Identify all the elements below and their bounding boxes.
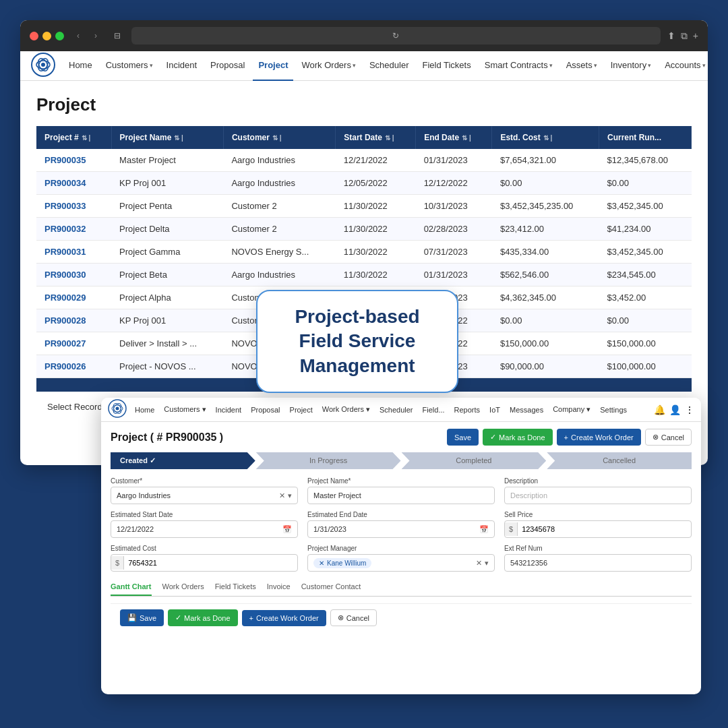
dropdown-icon[interactable]: ▾ — [288, 491, 292, 500]
calendar-icon-2[interactable]: 📅 — [479, 525, 489, 534]
start-date-cell: 12/21/2022 — [336, 149, 416, 172]
col-project-num: Project # ⇅ | — [36, 126, 111, 149]
sidebar-toggle[interactable]: ⊟ — [110, 28, 125, 43]
nav2-incident[interactable]: Incident — [212, 403, 246, 417]
app-navbar: Home Customers▾ Incident Proposal Projec… — [20, 51, 708, 81]
project-num-cell[interactable]: PR900035 — [36, 149, 111, 172]
app-navbar-2: Home Customers ▾ Incident Proposal Proje… — [101, 398, 701, 422]
table-row: PR900031 Project Gamma NOVOS Energy S...… — [36, 241, 692, 264]
end-date-input[interactable]: 1/31/2023 📅 — [307, 520, 495, 538]
clear-manager-icon[interactable]: ✕ — [476, 559, 482, 568]
nav2-messages[interactable]: Messages — [506, 403, 547, 417]
tag-remove-icon[interactable]: ✕ — [319, 559, 324, 567]
mark-done-button[interactable]: ✓ Mark as Done — [483, 429, 552, 446]
customer-cell: Customer 2 — [223, 218, 335, 241]
dropdown-manager-icon[interactable]: ▾ — [485, 559, 489, 568]
estd-cost-cell: $3,452,345,235.00 — [492, 195, 599, 218]
more-icon[interactable]: ⋮ — [685, 404, 694, 415]
estimated-cost-input[interactable]: $ 7654321 — [111, 554, 298, 572]
refresh-icon: ↻ — [392, 31, 399, 40]
manager-tag: ✕ Kane Willium — [313, 558, 371, 568]
maximize-button[interactable] — [55, 32, 64, 40]
project-name-input[interactable]: Master Project — [307, 487, 495, 504]
user-icon[interactable]: 👤 — [669, 404, 681, 415]
nav-field-tickets[interactable]: Field Tickets — [417, 51, 476, 81]
nav-assets[interactable]: Assets▾ — [561, 51, 603, 81]
cancel-button[interactable]: ⊗ Cancel — [645, 429, 692, 446]
project-num-cell[interactable]: PR900030 — [36, 264, 111, 286]
nav2-field[interactable]: Field... — [419, 403, 449, 417]
project-name-cell: Project Alpha — [111, 286, 223, 309]
nav-accounts[interactable]: Accounts▾ — [659, 51, 708, 81]
nav-incident[interactable]: Incident — [161, 51, 203, 81]
close-button[interactable] — [30, 32, 38, 40]
tab-customer-contact[interactable]: Customer Contact — [301, 578, 361, 596]
back-arrow[interactable]: ‹ — [71, 28, 86, 43]
project-num-cell[interactable]: PR900028 — [36, 309, 111, 332]
project-num-cell[interactable]: PR900032 — [36, 218, 111, 241]
current-run-cell: $0.00 — [599, 309, 692, 332]
nav-project[interactable]: Project — [253, 51, 293, 81]
nav2-scheduler[interactable]: Scheduler — [375, 403, 417, 417]
nav-smart-contracts[interactable]: Smart Contracts▾ — [479, 51, 558, 81]
nav2-settings[interactable]: Settings — [596, 403, 631, 417]
nav2-work-orders[interactable]: Work Orders ▾ — [318, 402, 374, 417]
tab-gantt-chart[interactable]: Gantt Chart — [111, 578, 152, 596]
clear-icon[interactable]: ✕ — [279, 491, 285, 500]
nav2-customers[interactable]: Customers ▾ — [160, 402, 210, 417]
sell-price-input[interactable]: $ 12345678 — [504, 520, 692, 538]
nav2-reports[interactable]: Reports — [450, 403, 485, 417]
nav-home[interactable]: Home — [63, 51, 98, 81]
estimated-cost-label: Estimated Cost — [111, 545, 298, 552]
nav2-proposal[interactable]: Proposal — [247, 403, 284, 417]
nav-customers[interactable]: Customers▾ — [100, 51, 158, 81]
end-date-cell: 12/12/2022 — [416, 172, 492, 195]
bell-icon[interactable]: 🔔 — [654, 404, 665, 415]
page-title: Project — [36, 94, 692, 115]
nav2-home[interactable]: Home — [131, 403, 158, 417]
project-num-cell[interactable]: PR900029 — [36, 286, 111, 309]
project-num-cell[interactable]: PR900031 — [36, 241, 111, 264]
project-manager-input[interactable]: ✕ Kane Willium ✕ ▾ — [307, 554, 495, 572]
new-tab-icon[interactable]: ⧉ — [681, 30, 688, 42]
start-date-input[interactable]: 12/21/2022 📅 — [111, 520, 298, 538]
project-num-cell[interactable]: PR900027 — [36, 332, 111, 355]
forward-arrow[interactable]: › — [88, 28, 103, 43]
tab-field-tickets[interactable]: Field Tickets — [215, 578, 256, 596]
bottom-save-button[interactable]: 💾 Save — [120, 609, 164, 626]
start-date-cell: 11/30/2022 — [336, 241, 416, 264]
calendar-icon[interactable]: 📅 — [282, 525, 292, 534]
nav-scheduler[interactable]: Scheduler — [364, 51, 415, 81]
sell-price-label: Sell Price — [504, 511, 692, 518]
bottom-mark-done-button[interactable]: ✓ Mark as Done — [168, 609, 237, 626]
nav-inventory[interactable]: Inventory▾ — [605, 51, 657, 81]
project-num-cell[interactable]: PR900034 — [36, 172, 111, 195]
description-input[interactable]: Description — [504, 487, 692, 504]
create-wo-button[interactable]: + Create Work Order — [557, 429, 641, 446]
minimize-button[interactable] — [42, 32, 51, 40]
nav-work-orders[interactable]: Work Orders▾ — [296, 51, 361, 81]
project-num-cell[interactable]: PR900026 — [36, 355, 111, 378]
share-icon[interactable]: ⬆ — [667, 30, 675, 42]
customer-input[interactable]: Aargo Industries ✕ ▾ — [111, 487, 298, 504]
nav-proposal[interactable]: Proposal — [205, 51, 250, 81]
customer-field: Customer* Aargo Industries ✕ ▾ — [111, 477, 298, 504]
nav2-company[interactable]: Company ▾ — [549, 402, 595, 417]
tab-work-orders[interactable]: Work Orders — [162, 578, 204, 596]
tab-invoice[interactable]: Invoice — [267, 578, 291, 596]
project-num-cell[interactable]: PR900033 — [36, 195, 111, 218]
ext-ref-input[interactable]: 543212356 — [504, 554, 692, 572]
nav2-iot[interactable]: IoT — [485, 403, 504, 417]
url-bar[interactable]: ↻ — [131, 27, 661, 44]
save-button[interactable]: Save — [447, 429, 479, 446]
customer-label: Customer* — [111, 477, 298, 485]
project-manager-field: Project Manager ✕ Kane Willium ✕ ▾ — [307, 545, 495, 572]
bottom-create-wo-button[interactable]: + Create Work Order — [242, 610, 326, 626]
project-name-cell: KP Proj 001 — [111, 309, 223, 332]
bottom-cancel-button[interactable]: ⊗ Cancel — [330, 609, 377, 626]
project-manager-label: Project Manager — [307, 545, 495, 552]
customer-cell: Aargo Industries — [223, 149, 335, 172]
end-date-cell: 07/31/2023 — [416, 241, 492, 264]
nav2-project[interactable]: Project — [286, 403, 317, 417]
add-tab-icon[interactable]: + — [693, 30, 698, 42]
